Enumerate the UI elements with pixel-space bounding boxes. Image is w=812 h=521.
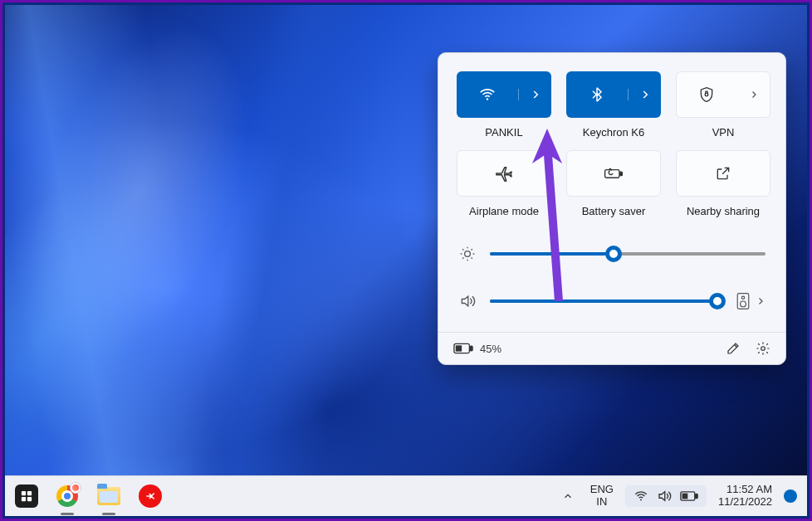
chrome-taskbar-button[interactable] [55,484,80,509]
chevron-right-icon[interactable] [756,296,766,306]
svg-rect-18 [696,494,698,498]
airplane-mode-tile[interactable] [457,150,551,197]
volume-slider-row [458,292,766,310]
svg-point-4 [465,251,471,257]
file-explorer-taskbar-button[interactable] [96,484,121,509]
svg-point-11 [761,347,766,351]
svg-point-16 [640,499,642,501]
app-icon [139,484,162,508]
battery-icon [453,343,473,354]
svg-rect-1 [705,93,707,95]
system-tray-button[interactable] [625,485,707,507]
settings-icon[interactable] [756,341,770,356]
bluetooth-expand-button[interactable] [628,89,661,100]
clock-button[interactable]: 11:52 AM 11/21/2022 [718,484,772,509]
wifi-tray-icon [633,489,648,504]
vpn-expand-button[interactable] [736,90,770,100]
bluetooth-tile[interactable] [566,71,661,118]
brightness-slider-row [458,246,766,262]
shield-lock-icon [698,86,715,103]
airplane-icon [495,164,513,183]
bluetooth-label: Keychron K6 [583,126,644,139]
svg-rect-15 [27,497,32,501]
svg-rect-19 [682,494,687,499]
taskbar: ENG IN 11:52 AM 11/21/2022 [5,475,807,516]
svg-point-6 [741,296,744,299]
svg-rect-3 [620,172,623,175]
wifi-label: PANKIL [485,126,522,139]
nearby-sharing-tile[interactable] [676,150,770,197]
bluetooth-icon [589,86,605,103]
chrome-icon [56,485,78,507]
brightness-icon [458,246,477,262]
battery-saver-tile[interactable] [566,150,661,197]
clock-date: 11/21/2022 [718,496,772,509]
svg-rect-12 [22,491,26,495]
brightness-slider[interactable] [490,252,766,256]
chevron-right-icon [639,89,651,100]
volume-icon [458,293,477,309]
svg-rect-10 [456,345,462,351]
wifi-toggle[interactable] [457,85,518,104]
vpn-toggle[interactable] [677,86,736,103]
audio-output-icon[interactable] [736,292,751,310]
battery-saver-label: Battery saver [582,205,646,217]
vpn-label: VPN [712,126,735,139]
chevron-right-icon [530,89,541,100]
widgets-button[interactable] [15,484,38,508]
chevron-right-icon [749,90,759,100]
tray-overflow-button[interactable] [557,487,579,505]
nearby-sharing-label: Nearby sharing [687,205,760,217]
wifi-icon [478,85,496,104]
svg-point-7 [741,301,746,307]
volume-tray-icon [657,489,672,504]
bluetooth-toggle[interactable] [566,86,628,103]
battery-tray-icon [680,491,698,501]
notifications-button[interactable] [784,489,797,503]
edit-icon[interactable] [726,341,741,356]
chevron-up-icon [562,490,574,502]
volume-slider[interactable] [490,299,722,303]
clock-time: 11:52 AM [718,484,772,496]
quick-settings-panel: PANKIL Keychron K6 [438,52,786,365]
language-line1: ENG [590,484,614,496]
battery-saver-icon [603,165,624,182]
language-indicator[interactable]: ENG IN [590,484,614,509]
battery-status[interactable]: 45% [453,343,501,355]
vpn-tile[interactable] [676,71,770,118]
app-taskbar-button[interactable] [138,484,163,509]
wifi-expand-button[interactable] [518,89,551,100]
language-line2: IN [590,496,614,509]
share-icon [715,165,731,182]
battery-percent-label: 45% [480,343,501,355]
svg-rect-13 [27,491,32,495]
quick-settings-footer: 45% [438,332,785,364]
quick-settings-tiles: PANKIL Keychron K6 [457,71,767,217]
file-explorer-icon [97,487,120,505]
airplane-mode-label: Airplane mode [469,205,539,217]
svg-rect-14 [22,497,26,501]
svg-point-0 [487,98,488,100]
svg-rect-9 [470,346,472,351]
wifi-tile[interactable] [457,71,551,118]
